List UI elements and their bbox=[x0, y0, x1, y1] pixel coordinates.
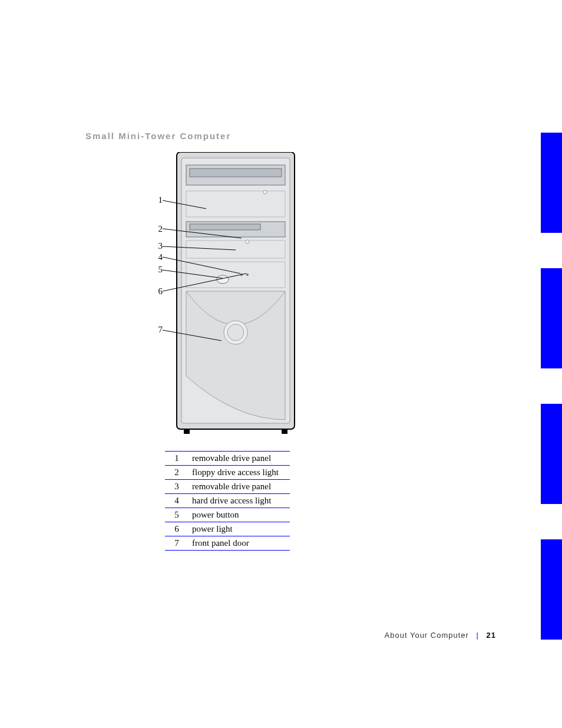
table-row: 4hard drive access light bbox=[165, 494, 290, 508]
footer-separator: | bbox=[477, 631, 479, 640]
svg-point-13 bbox=[246, 274, 249, 276]
table-row: 7front panel door bbox=[165, 536, 290, 551]
side-tab bbox=[541, 539, 562, 640]
svg-rect-10 bbox=[186, 262, 285, 288]
legend-num: 3 bbox=[165, 480, 189, 494]
svg-rect-3 bbox=[190, 169, 282, 177]
callout-number: 6 bbox=[151, 286, 163, 297]
legend-label: floppy drive access light bbox=[189, 466, 290, 480]
svg-rect-16 bbox=[184, 429, 190, 434]
svg-point-15 bbox=[227, 324, 244, 341]
legend-num: 1 bbox=[165, 452, 189, 466]
legend-num: 2 bbox=[165, 466, 189, 480]
callout-number: 3 bbox=[151, 241, 163, 251]
callout-number: 2 bbox=[151, 224, 163, 234]
svg-rect-17 bbox=[282, 429, 287, 434]
callout-number: 4 bbox=[151, 252, 163, 262]
legend-label: front panel door bbox=[189, 536, 290, 551]
legend-num: 5 bbox=[165, 508, 189, 522]
svg-point-5 bbox=[263, 190, 267, 194]
computer-figure bbox=[153, 152, 306, 437]
legend-label: removable drive panel bbox=[189, 452, 290, 466]
legend-label: hard drive access light bbox=[189, 494, 290, 508]
svg-rect-4 bbox=[186, 191, 285, 217]
legend-label: removable drive panel bbox=[189, 480, 290, 494]
page-number: 21 bbox=[487, 631, 496, 640]
svg-rect-7 bbox=[190, 224, 260, 230]
legend-num: 7 bbox=[165, 536, 189, 551]
legend-num: 6 bbox=[165, 522, 189, 536]
svg-point-9 bbox=[246, 240, 249, 243]
legend-num: 4 bbox=[165, 494, 189, 508]
legend-table: 1removable drive panel 2floppy drive acc… bbox=[165, 451, 290, 551]
side-tab bbox=[541, 404, 562, 504]
callout-number: 5 bbox=[151, 265, 163, 275]
side-tab bbox=[541, 268, 562, 368]
table-row: 1removable drive panel bbox=[165, 452, 290, 466]
side-tab bbox=[541, 133, 562, 233]
callout-number: 7 bbox=[151, 325, 163, 335]
table-row: 2floppy drive access light bbox=[165, 466, 290, 480]
svg-rect-8 bbox=[186, 241, 285, 258]
callout-number: 1 bbox=[151, 195, 163, 205]
footer-section: About Your Computer bbox=[385, 631, 469, 640]
page-footer: About Your Computer | 21 bbox=[385, 631, 496, 640]
table-row: 5power button bbox=[165, 508, 290, 522]
section-heading: Small Mini-Tower Computer bbox=[85, 131, 231, 141]
legend-label: power light bbox=[189, 522, 290, 536]
table-row: 6power light bbox=[165, 522, 290, 536]
table-row: 3removable drive panel bbox=[165, 480, 290, 494]
legend-label: power button bbox=[189, 508, 290, 522]
